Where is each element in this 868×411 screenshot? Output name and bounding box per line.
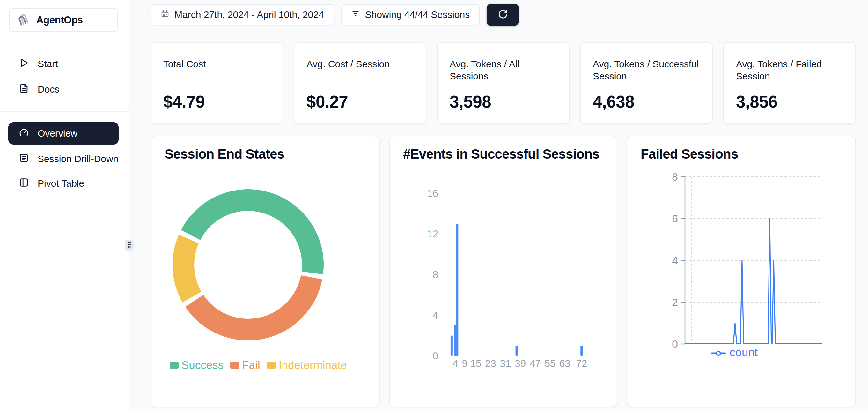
y-tick-label: 8 — [433, 269, 438, 281]
charts-row: Session End States SuccessFailIndetermin… — [151, 136, 856, 407]
y-tick-label: 4 — [433, 310, 438, 321]
legend-swatch — [169, 361, 179, 369]
session-filter-button[interactable]: Showing 44/44 Sessions — [341, 4, 480, 25]
sidebar-item-overview[interactable]: Overview — [8, 122, 119, 145]
doc-lines-icon — [19, 152, 29, 166]
donut-slice-indeterminate — [173, 235, 201, 302]
stat-card-total-cost: Total Cost $4.79 — [151, 42, 283, 124]
sidebar-item-docs[interactable]: Docs — [8, 78, 119, 100]
stat-card-avg-tokens-failed: Avg. Tokens / Failed Session 3,856 — [723, 42, 856, 124]
stat-value: 3,598 — [450, 92, 557, 111]
legend-swatch — [267, 361, 276, 369]
date-range-label: March 27th, 2024 - April 10th, 2024 — [175, 9, 324, 20]
stat-label: Avg. Tokens / Successful Session — [593, 58, 700, 92]
date-range-button[interactable]: March 27th, 2024 - April 10th, 2024 — [151, 4, 334, 25]
sidebar-item-label: Docs — [38, 84, 59, 95]
sidebar: AgentOps Start Docs Overview — [0, 0, 129, 411]
sidebar-resize-handle[interactable] — [125, 240, 134, 251]
sidebar-divider — [0, 40, 129, 41]
toolbar: March 27th, 2024 - April 10th, 2024 Show… — [151, 3, 519, 26]
y-tick-label: 4 — [672, 254, 678, 266]
x-tick-label: 4 — [453, 358, 458, 369]
y-tick-label: 0 — [672, 338, 678, 350]
y-tick-label: 8 — [672, 171, 678, 183]
events-histogram-chart[interactable]: 0481216491523313947556372 — [390, 136, 617, 407]
sidebar-item-pivot-table[interactable]: Pivot Table — [8, 172, 119, 195]
agentops-dashboard: AgentOps Start Docs Overview — [0, 0, 868, 411]
stat-label: Avg. Cost / Session — [306, 58, 413, 92]
sidebar-item-session-drill-down[interactable]: Session Drill-Down — [8, 148, 119, 170]
x-tick-label: 15 — [470, 358, 481, 369]
stat-card-avg-tokens-all: Avg. Tokens / All Sessions 3,598 — [437, 42, 569, 124]
donut-legend[interactable]: SuccessFailIndeterminate — [169, 359, 347, 372]
count-legend-label: count — [730, 346, 758, 359]
failed-sessions-line-chart[interactable]: 02468 — [627, 136, 855, 407]
events-histogram-card: #Events in Successful Sessions 048121649… — [389, 136, 617, 407]
count-line-series — [685, 218, 822, 343]
sidebar-item-label: Pivot Table — [38, 178, 84, 189]
legend-item-fail[interactable]: Fail — [230, 359, 260, 372]
document-icon — [19, 83, 29, 96]
sidebar-divider — [0, 111, 129, 112]
y-tick-label: 2 — [672, 296, 678, 308]
sidebar-item-label: Start — [38, 58, 58, 69]
refresh-icon — [496, 7, 509, 22]
x-tick-label: 31 — [500, 358, 511, 369]
histogram-bar — [456, 224, 458, 356]
brand-name: AgentOps — [36, 14, 83, 26]
stat-value: 4,638 — [593, 92, 700, 111]
legend-label: Success — [181, 359, 223, 372]
x-tick-label: 72 — [576, 358, 587, 369]
filter-icon — [351, 9, 360, 21]
donut-slice-success — [181, 189, 324, 274]
histogram-bar — [451, 335, 453, 356]
legend-label: Fail — [242, 359, 260, 372]
x-tick-label: 55 — [545, 358, 556, 369]
y-tick-label: 0 — [433, 350, 438, 361]
x-tick-label: 23 — [485, 358, 496, 369]
x-tick-label: 39 — [515, 358, 526, 369]
sidebar-item-label: Overview — [38, 128, 78, 139]
y-tick-label: 6 — [672, 212, 678, 225]
grip-dots-icon — [127, 241, 132, 250]
stat-value: 3,856 — [736, 92, 843, 111]
gauge-icon — [19, 127, 29, 140]
legend-item-success[interactable]: Success — [169, 359, 223, 372]
session-end-states-card: Session End States SuccessFailIndetermin… — [151, 136, 380, 407]
play-icon — [19, 57, 29, 70]
y-tick-label: 12 — [427, 229, 438, 240]
donut-slice-fail — [185, 275, 322, 341]
y-tick-label: 16 — [427, 188, 438, 199]
panel-left-icon — [19, 177, 29, 190]
refresh-button[interactable] — [487, 3, 519, 26]
paperclip-logo-icon — [17, 12, 31, 28]
x-tick-label: 9 — [462, 358, 467, 369]
histogram-bar — [580, 346, 583, 356]
brand-logo[interactable]: AgentOps — [9, 8, 118, 32]
stat-value: $4.79 — [163, 92, 271, 111]
stat-value: $0.27 — [306, 92, 413, 111]
session-filter-label: Showing 44/44 Sessions — [365, 9, 470, 20]
x-tick-label: 63 — [559, 358, 570, 369]
legend-swatch — [230, 361, 239, 369]
count-legend[interactable]: count — [711, 346, 758, 359]
stat-label: Total Cost — [163, 58, 271, 92]
stat-card-avg-cost-session: Avg. Cost / Session $0.27 — [294, 42, 426, 124]
failed-sessions-card: Failed Sessions 02468 count — [627, 136, 856, 407]
legend-item-indeterminate[interactable]: Indeterminate — [267, 359, 347, 372]
stat-label: Avg. Tokens / All Sessions — [450, 58, 557, 92]
histogram-bar — [516, 346, 518, 356]
stat-cards-row: Total Cost $4.79 Avg. Cost / Session $0.… — [151, 42, 856, 124]
calendar-icon — [161, 9, 169, 20]
stat-card-avg-tokens-successful: Avg. Tokens / Successful Session 4,638 — [580, 42, 713, 124]
legend-label: Indeterminate — [279, 359, 347, 372]
x-tick-label: 47 — [530, 358, 540, 369]
sidebar-item-label: Session Drill-Down — [38, 153, 118, 164]
sidebar-item-start[interactable]: Start — [8, 53, 119, 75]
stat-label: Avg. Tokens / Failed Session — [736, 58, 843, 92]
line-series-marker-icon — [711, 346, 726, 359]
